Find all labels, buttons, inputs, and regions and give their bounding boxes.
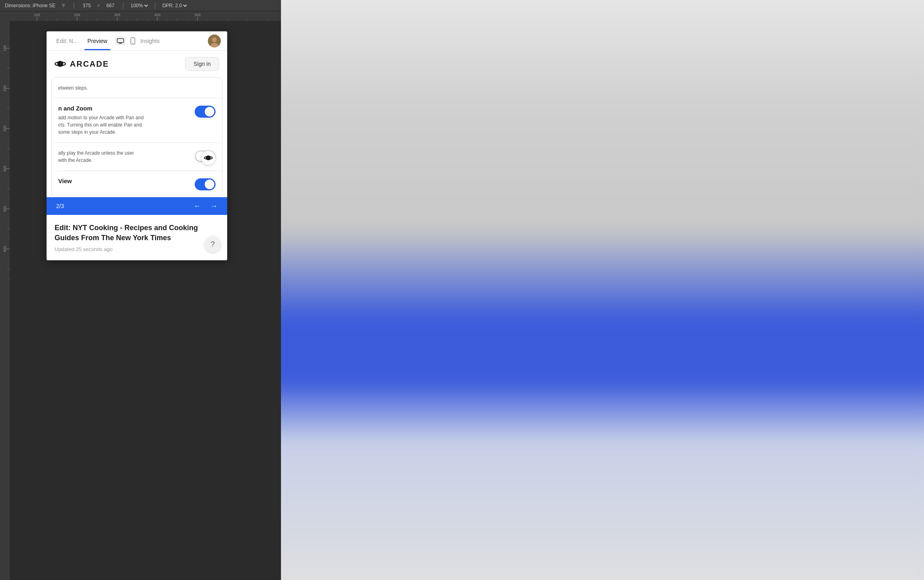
sign-in-button[interactable]: Sign in (185, 57, 219, 71)
bottom-nav: 2/3 ← → (47, 197, 227, 215)
svg-rect-60 (117, 39, 124, 43)
svg-text:100: 100 (3, 45, 7, 51)
right-panel (281, 0, 924, 580)
svg-text:300: 300 (114, 13, 120, 17)
autoplay-content: ally play the Arcade unless the userwith… (58, 149, 190, 164)
nav-arrows: ← → (193, 202, 218, 210)
svg-rect-28 (0, 21, 10, 580)
view-title: View (58, 178, 190, 184)
x-separator: × (97, 3, 100, 8)
h-ruler: 100 200 300 400 500 (10, 11, 281, 21)
tab-insights[interactable]: Insights (140, 37, 159, 45)
svg-point-64 (132, 43, 133, 43)
tab-edit[interactable]: Edit: N... (53, 31, 81, 50)
arcade-logo: ARCADE (55, 58, 109, 69)
tab-preview[interactable]: Preview (84, 31, 111, 50)
pan-zoom-toggle[interactable] (195, 106, 216, 118)
ruler-corner (0, 11, 10, 21)
pan-zoom-desc: add motion to your Arcade with Pan andct… (58, 114, 190, 136)
svg-text:600: 600 (3, 246, 7, 252)
page-updated: Updated 25 seconds ago (55, 246, 219, 252)
desktop-icon[interactable] (115, 37, 126, 45)
svg-text:500: 500 (194, 13, 200, 17)
svg-text:200: 200 (74, 13, 80, 17)
pan-zoom-section: n and Zoom add motion to your Arcade wit… (52, 98, 222, 142)
width-input[interactable] (79, 3, 94, 8)
svg-text:100: 100 (34, 13, 40, 17)
canvas-area: Edit: N... Preview (10, 21, 281, 580)
content-card: etween steps. n and Zoom add motion to y… (51, 77, 222, 197)
blurred-preview (281, 0, 924, 580)
svg-text:300: 300 (3, 125, 7, 131)
autoplay-desc: ally play the Arcade unless the userwith… (58, 149, 190, 164)
phone-preview: Edit: N... Preview (47, 31, 227, 260)
sep4: | (154, 2, 156, 9)
between-steps-text: etween steps. (58, 85, 88, 91)
arcade-header: ARCADE Sign in (47, 51, 227, 77)
page-title: Edit: NYT Cooking - Recipes and Cooking … (55, 223, 219, 243)
pan-zoom-content: n and Zoom add motion to your Arcade wit… (58, 105, 190, 136)
svg-text:400: 400 (154, 13, 160, 17)
mobile-icon[interactable] (129, 36, 137, 46)
pan-zoom-title: n and Zoom (58, 105, 190, 112)
page-indicator: 2/3 (56, 203, 64, 209)
view-content: View (58, 178, 190, 187)
sep1: ▼ (60, 2, 67, 9)
autoplay-section: ally play the Arcade unless the userwith… (52, 143, 222, 170)
page-info: Edit: NYT Cooking - Recipes and Cooking … (47, 215, 227, 260)
svg-text:500: 500 (3, 206, 7, 212)
sep2: | (73, 2, 75, 9)
svg-text:400: 400 (3, 165, 7, 172)
svg-point-66 (212, 37, 217, 42)
height-input[interactable] (103, 3, 118, 8)
prev-arrow-button[interactable]: ← (193, 202, 201, 210)
zoom-select[interactable]: 100% (129, 2, 149, 9)
v-ruler: 100 200 300 400 500 600 (0, 21, 10, 580)
svg-text:200: 200 (3, 85, 7, 91)
view-toggle[interactable] (195, 178, 216, 190)
card-between-steps: etween steps. (52, 78, 222, 98)
svg-rect-0 (10, 11, 281, 21)
dpr-select[interactable]: DPR: 2.0 (161, 2, 188, 9)
device-selector[interactable]: Dimensions: iPhone SE (5, 3, 55, 8)
arcade-floating-button[interactable] (201, 151, 216, 165)
preview-tabbar: Edit: N... Preview (47, 31, 227, 51)
view-section: View (52, 171, 222, 197)
sep3: | (122, 2, 124, 9)
next-arrow-button[interactable]: → (210, 202, 218, 210)
user-avatar[interactable] (208, 35, 221, 47)
view-section-wrapper: View (52, 171, 222, 197)
